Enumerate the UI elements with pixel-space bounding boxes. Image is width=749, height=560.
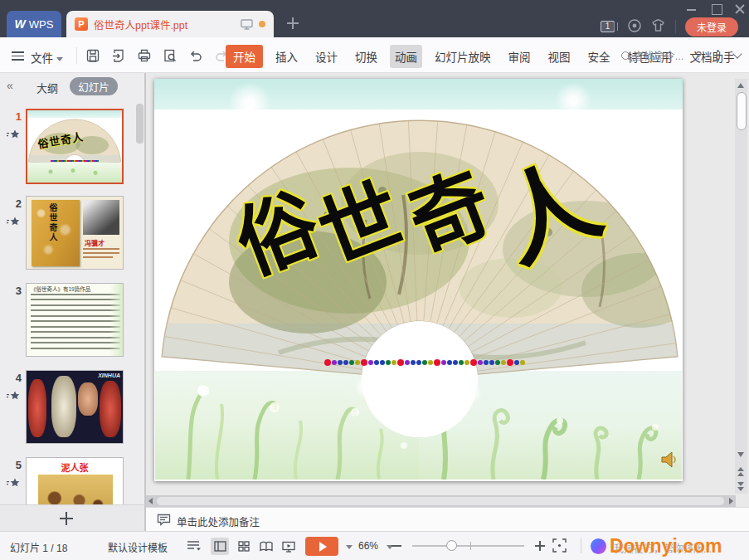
- tab-design[interactable]: 设计: [310, 45, 343, 68]
- wps-menu-button[interactable]: W WPS: [7, 11, 61, 37]
- more-options-icon[interactable]: [717, 54, 719, 56]
- login-button[interactable]: 未登录: [685, 17, 738, 37]
- slide-thumbnail-3[interactable]: 《俗世奇人》有19篇作品: [26, 283, 124, 357]
- notes-bar[interactable]: 单击此处添加备注: [146, 507, 749, 531]
- export-button[interactable]: [110, 47, 127, 64]
- thumbnail-list: 1 俗世奇人: [0, 100, 145, 504]
- hamburger-menu-icon[interactable]: [12, 51, 24, 61]
- slide-thumbnail-2[interactable]: 俗世奇人 冯骥才: [26, 196, 124, 270]
- slide-number: 3: [3, 285, 22, 297]
- color-dot: [453, 360, 458, 365]
- color-dot: [338, 360, 343, 365]
- notes-placeholder[interactable]: 单击此处添加备注: [177, 514, 260, 529]
- titlebar-divider: [675, 20, 676, 33]
- find-command-search[interactable]: 查找命令...: [621, 47, 683, 63]
- zoom-level[interactable]: 66%: [358, 540, 378, 552]
- slide-row-3: 3 《俗世奇人》有19篇作品: [0, 283, 133, 358]
- template-name[interactable]: 默认设计模板: [108, 540, 168, 554]
- slide-number: 2: [3, 197, 22, 210]
- slideshow-view-button[interactable]: [280, 538, 298, 555]
- tab-transition[interactable]: 切换: [350, 45, 382, 68]
- tab-review[interactable]: 审阅: [503, 45, 536, 68]
- panel-collapse-icon[interactable]: «: [7, 79, 13, 92]
- skin-shirt-icon[interactable]: [650, 18, 667, 35]
- color-dot: [416, 360, 421, 365]
- scroll-up-icon[interactable]: [737, 83, 744, 88]
- slide-panel: « 大纲 幻灯片 1 俗世奇人: [0, 73, 145, 504]
- thumb-figurine: [100, 381, 121, 437]
- vertical-scroll-thumb[interactable]: [737, 92, 747, 130]
- save-button[interactable]: [85, 47, 101, 64]
- zoom-slider-knob[interactable]: [446, 540, 457, 551]
- tab-slideshow[interactable]: 幻灯片放映: [430, 45, 496, 68]
- tab-view[interactable]: 视图: [543, 45, 576, 68]
- scroll-right-icon[interactable]: [729, 498, 733, 504]
- color-dot: [520, 360, 525, 365]
- slide-sorter-view-button[interactable]: [235, 538, 253, 555]
- color-dot: [484, 360, 489, 365]
- normal-view-button[interactable]: [211, 538, 229, 555]
- color-dot: [324, 359, 331, 366]
- add-slide-button[interactable]: [0, 504, 145, 531]
- tab-insert[interactable]: 插入: [270, 45, 303, 68]
- reading-view-button[interactable]: [257, 538, 275, 555]
- thumbnail-scrollbar[interactable]: [136, 104, 143, 144]
- vertical-scrollbar[interactable]: [735, 79, 747, 494]
- scroll-down-icon[interactable]: [737, 452, 744, 457]
- notes-toggle-icon[interactable]: [187, 540, 202, 554]
- tab-home[interactable]: 开始: [226, 45, 263, 68]
- tab-outline[interactable]: 大纲: [36, 80, 58, 95]
- layout-assistant-icon[interactable]: [591, 538, 606, 554]
- present-monitor-icon[interactable]: [241, 19, 253, 30]
- play-slideshow-button[interactable]: [305, 537, 338, 556]
- site-watermark: Downyi.com: [610, 535, 722, 558]
- play-options-caret-icon[interactable]: [346, 545, 353, 549]
- docer-circle-icon[interactable]: [627, 18, 644, 35]
- slide-row-2: 2 俗世奇人 冯骥才: [0, 196, 133, 271]
- zoom-out-button[interactable]: [392, 539, 401, 553]
- zoom-in-button[interactable]: [535, 539, 545, 553]
- print-preview-button[interactable]: [162, 47, 178, 64]
- color-dot: [355, 360, 360, 365]
- window-close-button[interactable]: [733, 3, 747, 15]
- tab-animation[interactable]: 动画: [390, 45, 422, 68]
- zoom-slider-track[interactable]: [412, 545, 524, 547]
- new-tab-button[interactable]: [287, 17, 299, 29]
- tab-security[interactable]: 安全: [583, 45, 615, 68]
- statusbar-divider: [581, 538, 581, 553]
- previous-slide-icon[interactable]: [737, 467, 744, 477]
- thumb-figurine: [51, 376, 76, 437]
- notes-bubble-icon: [157, 514, 171, 529]
- document-tab[interactable]: P 俗世奇人ppt课件.ppt: [66, 11, 274, 37]
- color-dot: [459, 360, 464, 365]
- thumb-photo-watermark: XINHUA: [98, 373, 120, 378]
- collapse-ribbon-icon[interactable]: [732, 49, 742, 58]
- fit-slide-button[interactable]: [552, 538, 567, 555]
- horizontal-scrollbar[interactable]: [146, 495, 736, 507]
- next-slide-icon[interactable]: [737, 482, 744, 492]
- file-menu[interactable]: 文件: [31, 49, 63, 66]
- slide-thumbnail-5[interactable]: 泥人张: [26, 457, 124, 504]
- help-button[interactable]: ?: [695, 49, 702, 62]
- window-minimize-button[interactable]: [685, 3, 698, 15]
- window-list-badge[interactable]: 1: [601, 21, 615, 32]
- status-bar: 幻灯片 1 / 18 默认设计模板 66% 我是在行，帮你排版... Downy…: [0, 531, 749, 560]
- ribbon-right-tools: 查找命令... ?: [621, 47, 741, 63]
- window-maximize-button[interactable]: [710, 3, 723, 15]
- print-button[interactable]: [136, 47, 153, 64]
- animation-star-icon: [7, 477, 20, 492]
- color-dot: [441, 360, 446, 365]
- horizontal-scroll-thumb[interactable]: [157, 497, 724, 505]
- thumb-dots: [51, 160, 99, 162]
- slide-panel-header: « 大纲 幻灯片: [0, 73, 144, 100]
- tab-slides[interactable]: 幻灯片: [70, 77, 118, 95]
- slide-thumbnail-1[interactable]: 俗世奇人: [26, 109, 124, 184]
- slide-thumbnail-4[interactable]: XINHUA: [26, 370, 124, 444]
- fan-painting-image[interactable]: [154, 79, 683, 481]
- audio-speaker-icon[interactable]: [659, 449, 680, 474]
- thumb-text-lines: [31, 294, 120, 350]
- scroll-left-icon[interactable]: [148, 498, 153, 504]
- color-dot: [411, 360, 416, 365]
- slide-canvas[interactable]: 俗 世 奇 人: [154, 79, 683, 481]
- undo-button[interactable]: [187, 47, 204, 64]
